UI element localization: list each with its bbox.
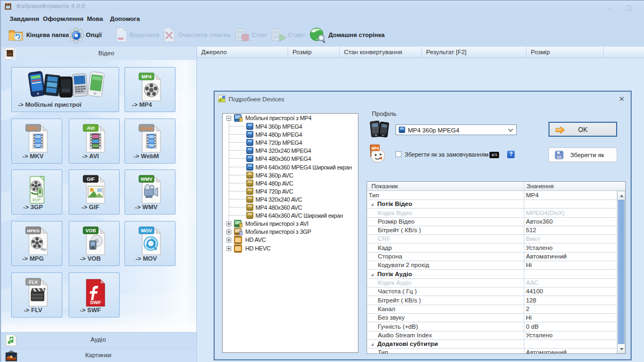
svg-text:FLV: FLV	[28, 279, 37, 285]
svg-text:MP4: MP4	[371, 146, 379, 151]
svg-text:3GP: 3GP	[32, 197, 41, 202]
svg-text:MP4: MP4	[141, 74, 151, 79]
svg-text:WebM: WebM	[140, 126, 153, 131]
svg-text:SWF: SWF	[90, 299, 101, 305]
svg-text:GIF: GIF	[86, 176, 95, 182]
svg-text:WMV: WMV	[141, 176, 152, 182]
svg-text:MKV: MKV	[28, 125, 39, 131]
svg-text:MPEG: MPEG	[27, 228, 40, 233]
svg-text:MOV: MOV	[141, 228, 152, 233]
svg-text:VOB: VOB	[85, 228, 96, 233]
svg-text:AVI: AVI	[86, 125, 94, 131]
